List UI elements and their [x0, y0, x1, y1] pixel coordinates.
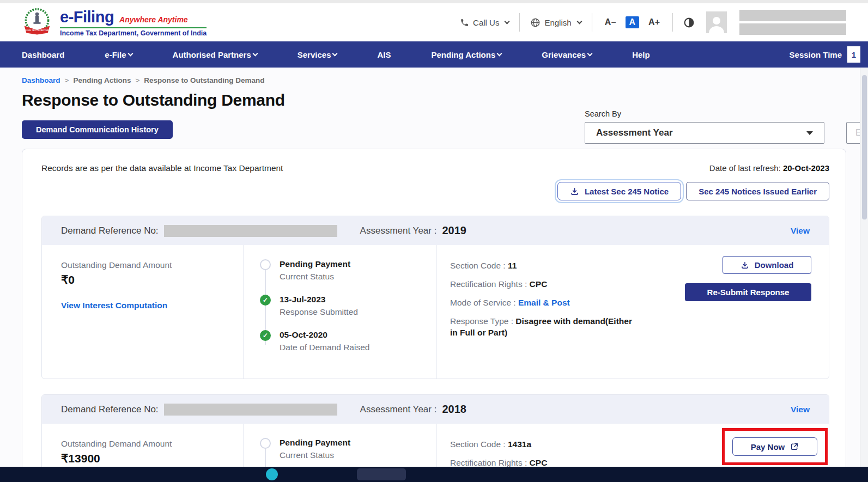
outstanding-demand-amount-value: ₹0 — [61, 273, 232, 286]
pay-now-button[interactable]: Pay Now — [732, 437, 817, 456]
breadcrumb-pending-actions: Pending Actions — [73, 76, 131, 84]
income-tax-emblem-icon: INCOME TAX DEPARTMENT — [22, 7, 52, 38]
nav-pending-actions[interactable]: Pending Actions — [432, 50, 502, 59]
breadcrumb-separator: > — [135, 76, 139, 84]
demand-card-2019: Demand Reference No: Assessment Year : 2… — [41, 216, 829, 379]
download-icon — [570, 187, 579, 196]
language-menu[interactable]: English — [530, 17, 581, 28]
assessment-year-value: 2018 — [442, 403, 466, 416]
search-by-selected-value: Assessment Year — [596, 127, 673, 138]
sec-245-notices-issued-earlier-button[interactable]: Sec 245 Notices Issued Earlier — [686, 182, 829, 200]
chevron-down-icon — [587, 51, 593, 56]
taskbar-app-button[interactable] — [357, 468, 406, 480]
demand-reference-label: Demand Reference No: — [61, 225, 159, 236]
outstanding-demand-amount-value: ₹13900 — [61, 452, 232, 465]
session-time-label: Session Time — [790, 50, 842, 59]
header: INCOME TAX DEPARTMENT e-Filing Anywhere … — [0, 3, 868, 41]
call-us-menu[interactable]: Call Us — [460, 18, 509, 27]
contrast-toggle-icon[interactable] — [683, 17, 695, 28]
demand-card-header: Demand Reference No: Assessment Year : 2… — [42, 216, 829, 245]
demand-card-header: Demand Reference No: Assessment Year : 2… — [42, 395, 829, 424]
session-timer-value: 1 — [847, 46, 860, 63]
view-interest-computation-link[interactable]: View Interest Computation — [61, 301, 167, 310]
avatar[interactable] — [706, 11, 727, 33]
view-link[interactable]: View — [791, 405, 810, 414]
taskbar-app-icon[interactable] — [266, 468, 278, 480]
redacted-user-name — [739, 10, 846, 21]
chevron-down-icon — [128, 51, 133, 56]
nav-grievances[interactable]: Grievances — [542, 50, 592, 59]
chevron-down-icon — [576, 19, 582, 24]
outstanding-demand-amount-label: Outstanding Demand Amount — [61, 260, 232, 270]
search-by-dropdown[interactable]: Assessment Year — [585, 122, 824, 144]
nav-ais[interactable]: AIS — [377, 50, 391, 59]
section-code-row: Section Code : 11 — [450, 260, 633, 272]
mode-of-service-row: Mode of Service : Email & Post — [450, 297, 633, 309]
phone-icon — [460, 18, 469, 27]
assessment-year-value: 2019 — [442, 224, 466, 237]
breadcrumb-dashboard[interactable]: Dashboard — [22, 76, 60, 84]
brand-name: e-Filing — [60, 8, 114, 26]
redacted-demand-reference-no — [164, 404, 337, 416]
breadcrumb-current: Response to Outstanding Demand — [144, 76, 264, 84]
last-refresh-label: Date of last refresh: — [709, 163, 781, 173]
font-increase-button[interactable]: A+ — [646, 16, 662, 28]
nav-authorised-partners[interactable]: Authorised Partners — [173, 50, 257, 59]
timeline-item: Pending Payment Current Status — [260, 438, 431, 460]
chevron-down-icon — [497, 51, 502, 56]
view-link[interactable]: View — [791, 226, 810, 236]
font-default-button[interactable]: A — [626, 16, 640, 28]
nav-dashboard[interactable]: Dashboard — [22, 50, 64, 59]
assessment-year-label: Assessment Year : — [360, 404, 437, 415]
check-icon: ✓ — [260, 330, 271, 341]
search-by-group: Search By Assessment Year — [585, 109, 824, 144]
outstanding-demand-amount-label: Outstanding Demand Amount — [61, 439, 232, 449]
demand-communication-history-button[interactable]: Demand Communication History — [22, 120, 173, 139]
pending-status-icon — [260, 259, 271, 270]
scrollbar[interactable] — [860, 68, 868, 467]
last-refresh-date: 20-Oct-2023 — [783, 163, 829, 173]
dropdown-caret-icon — [806, 131, 813, 135]
header-divider — [592, 13, 592, 32]
pay-now-highlight-box: Pay Now — [722, 428, 828, 465]
language-label: English — [544, 18, 571, 27]
section-code-row: Section Code : 1431a — [450, 439, 633, 450]
brand-tagline: Anywhere Anytime — [119, 15, 188, 24]
timeline-item: Pending Payment Current Status — [260, 259, 431, 282]
records-note: Records are as per the data available at… — [41, 163, 283, 173]
re-submit-response-button[interactable]: Re-Submit Response — [685, 283, 811, 301]
chevron-down-icon — [332, 51, 338, 56]
nav-e-file[interactable]: e-File — [105, 50, 132, 59]
download-icon — [740, 261, 749, 270]
nav-services[interactable]: Services — [298, 50, 337, 59]
chevron-down-icon — [252, 51, 258, 56]
header-divider — [672, 13, 673, 32]
page-title: Response to Outstanding Demand — [22, 91, 846, 109]
site-logo[interactable]: INCOME TAX DEPARTMENT e-Filing Anywhere … — [22, 7, 207, 38]
header-divider — [519, 13, 520, 32]
scrollbar-thumb[interactable] — [862, 75, 867, 219]
search-by-label: Search By — [585, 109, 824, 118]
brand-org: Income Tax Department, Government of Ind… — [60, 29, 207, 37]
demand-reference-label: Demand Reference No: — [61, 404, 159, 415]
breadcrumb: Dashboard > Pending Actions > Response t… — [22, 76, 846, 84]
timeline-item: ✓ 13-Jul-2023 Response Submitted — [260, 295, 431, 317]
globe-icon — [530, 17, 541, 28]
font-decrease-button[interactable]: A− — [603, 16, 618, 28]
check-icon: ✓ — [260, 295, 271, 306]
latest-sec-245-notice-button[interactable]: Latest Sec 245 Notice — [557, 182, 681, 200]
download-button[interactable]: Download — [723, 256, 811, 274]
breadcrumb-separator: > — [65, 76, 69, 84]
main-nav: Dashboard e-File Authorised Partners Ser… — [0, 41, 868, 68]
assessment-year-label: Assessment Year : — [360, 225, 437, 236]
redacted-demand-reference-no — [164, 225, 337, 237]
nav-help[interactable]: Help — [632, 50, 650, 59]
external-link-icon — [790, 442, 799, 451]
rectification-rights-row: Rectification Rights : CPC — [450, 279, 633, 290]
timeline-item: ✓ 05-Oct-2020 Date of Demand Raised — [260, 330, 431, 352]
taskbar — [0, 467, 868, 482]
svg-text:INCOME TAX DEPARTMENT: INCOME TAX DEPARTMENT — [22, 29, 52, 32]
demand-list-panel: Records are as per the data available at… — [22, 149, 846, 482]
last-refresh: Date of last refresh: 20-Oct-2023 — [709, 163, 829, 173]
chevron-down-icon — [505, 19, 510, 24]
